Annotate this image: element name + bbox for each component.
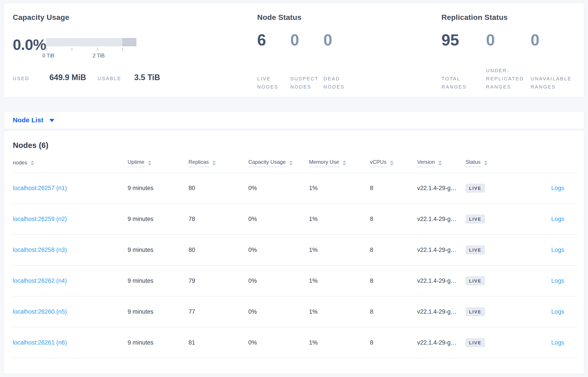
node-link-wrap: localhost:26262 (n4) bbox=[12, 277, 128, 284]
sort-icon[interactable] bbox=[31, 160, 34, 165]
replicas-cell-wrap: 81 bbox=[188, 339, 248, 346]
capacity-bar-chart: 0 TiB 2 TiB bbox=[46, 38, 136, 59]
uptime-cell-wrap: 9 minutes bbox=[128, 216, 188, 223]
replicas-cell-wrap: 79 bbox=[188, 277, 248, 284]
node-link-wrap: localhost:26258 (n3) bbox=[12, 247, 128, 253]
status-badge-wrap: LIVE bbox=[466, 307, 510, 316]
uptime-cell: 9 minutes bbox=[128, 247, 153, 253]
under-replicated-ranges-value: 0 bbox=[486, 30, 531, 49]
vcpus-cell-wrap: 8 bbox=[370, 277, 417, 284]
version-cell: v22.1.4-29-g… bbox=[417, 277, 457, 284]
sort-icon[interactable] bbox=[148, 160, 152, 165]
column-header-memory-use[interactable]: Memory Use bbox=[309, 159, 370, 167]
node-link[interactable]: localhost:26258 (n3) bbox=[13, 247, 67, 253]
vcpus-cell-wrap: 8 bbox=[370, 247, 417, 253]
capacity-usage-cell: 0% bbox=[248, 247, 257, 253]
node-status-title: Node Status bbox=[257, 13, 441, 22]
version-cell-wrap: v22.1.4-29-g… bbox=[417, 339, 466, 346]
logs-link[interactable]: Logs bbox=[551, 277, 564, 284]
version-cell: v22.1.4-29-g… bbox=[417, 216, 457, 222]
vcpus-cell: 8 bbox=[370, 216, 373, 222]
capacity-bar bbox=[46, 38, 136, 46]
capacity-percent: 0.0% bbox=[13, 37, 46, 59]
replicas-cell: 80 bbox=[188, 185, 195, 191]
logs-link[interactable]: Logs bbox=[551, 308, 564, 315]
sort-icon[interactable] bbox=[212, 160, 216, 165]
sort-icon[interactable] bbox=[484, 160, 488, 165]
logs-link[interactable]: Logs bbox=[551, 216, 564, 222]
node-link[interactable]: localhost:26261 (n6) bbox=[13, 339, 67, 346]
replicas-cell: 79 bbox=[188, 277, 195, 284]
replicas-cell-wrap: 80 bbox=[188, 185, 248, 192]
logs-link-wrap: Logs bbox=[510, 247, 576, 253]
node-list-dropdown[interactable]: Node List bbox=[13, 116, 54, 124]
status-badge-wrap: LIVE bbox=[466, 246, 510, 255]
node-link-wrap: localhost:26261 (n6) bbox=[12, 339, 128, 346]
uptime-cell-wrap: 9 minutes bbox=[128, 247, 188, 253]
logs-link-wrap: Logs bbox=[510, 308, 576, 315]
version-cell: v22.1.4-29-g… bbox=[417, 308, 457, 315]
node-link[interactable]: localhost:26259 (n2) bbox=[13, 216, 67, 222]
sort-icon[interactable] bbox=[342, 160, 346, 165]
capacity-usage-cell: 0% bbox=[248, 308, 257, 315]
status-badge: LIVE bbox=[466, 307, 485, 316]
logs-link-wrap: Logs bbox=[510, 339, 576, 346]
tick-mark bbox=[122, 48, 123, 51]
vcpus-cell: 8 bbox=[370, 185, 373, 191]
table-row: localhost:26262 (n4)9 minutes790%1%8v22.… bbox=[12, 266, 576, 296]
node-link[interactable]: localhost:26257 (n1) bbox=[13, 185, 67, 191]
version-cell-wrap: v22.1.4-29-g… bbox=[417, 308, 466, 315]
table-row: localhost:26258 (n3)9 minutes800%1%8v22.… bbox=[12, 235, 576, 266]
summary-panel: Capacity Usage 0.0% 0 TiB 2 TiB bbox=[4, 3, 584, 98]
node-link-wrap: localhost:26260 (n5) bbox=[12, 308, 128, 315]
capacity-axis-ticks bbox=[46, 48, 136, 52]
used-value: 649.9 MiB bbox=[49, 73, 86, 82]
table-row: localhost:26257 (n1)9 minutes800%1%8v22.… bbox=[12, 173, 576, 204]
status-badge-wrap: LIVE bbox=[466, 214, 510, 224]
sort-icon[interactable] bbox=[438, 160, 442, 165]
column-header-replicas[interactable]: Replicas bbox=[188, 159, 248, 167]
column-header-capacity-usage[interactable]: Capacity Usage bbox=[248, 159, 309, 167]
replicas-cell-wrap: 80 bbox=[188, 247, 248, 253]
version-cell: v22.1.4-29-g… bbox=[417, 185, 457, 191]
memory-use-cell: 1% bbox=[309, 308, 318, 315]
memory-use-cell: 1% bbox=[309, 216, 318, 222]
sort-icon[interactable] bbox=[390, 160, 394, 165]
column-header-uptime[interactable]: Uptime bbox=[128, 159, 188, 167]
logs-link-wrap: Logs bbox=[510, 216, 576, 223]
column-header-nodes[interactable]: nodes bbox=[12, 160, 128, 167]
node-link[interactable]: localhost:26260 (n5) bbox=[13, 308, 67, 315]
suspect-nodes-value: 0 bbox=[290, 30, 323, 49]
logs-link-wrap: Logs bbox=[510, 277, 576, 284]
dead-nodes-value: 0 bbox=[323, 30, 356, 49]
capacity-usage-section: Capacity Usage 0.0% 0 TiB 2 TiB bbox=[13, 13, 257, 91]
capacity-usage-cell: 0% bbox=[248, 185, 257, 191]
sort-icon[interactable] bbox=[289, 160, 293, 165]
dead-nodes-label: DEAD NODES bbox=[323, 75, 350, 91]
column-header-status[interactable]: Status bbox=[466, 159, 510, 167]
logs-link[interactable]: Logs bbox=[551, 185, 564, 191]
replicas-cell: 78 bbox=[188, 216, 195, 222]
under-replicated-ranges-stat: 0 UNDER-REPLICATED RANGES bbox=[486, 30, 531, 91]
capacity-usage-cell-wrap: 0% bbox=[248, 339, 309, 346]
column-header-version[interactable]: Version bbox=[417, 159, 466, 167]
view-selector-bar: Node List bbox=[4, 111, 584, 129]
memory-use-cell: 1% bbox=[309, 277, 318, 284]
capacity-usage-cell-wrap: 0% bbox=[248, 216, 309, 223]
uptime-cell-wrap: 9 minutes bbox=[128, 308, 188, 315]
logs-link-wrap: Logs bbox=[510, 185, 576, 192]
dead-nodes-stat: 0 DEAD NODES bbox=[323, 30, 356, 91]
unavailable-ranges-label: UNAVAILABLE RANGES bbox=[531, 75, 574, 91]
capacity-usage-cell-wrap: 0% bbox=[248, 247, 309, 253]
vcpus-cell-wrap: 8 bbox=[370, 339, 417, 346]
logs-link[interactable]: Logs bbox=[551, 339, 564, 346]
node-link-wrap: localhost:26259 (n2) bbox=[12, 216, 128, 223]
column-header-vcpus[interactable]: vCPUs bbox=[370, 159, 417, 167]
capacity-usage-cell-wrap: 0% bbox=[248, 308, 309, 315]
node-link[interactable]: localhost:26262 (n4) bbox=[13, 277, 67, 284]
chevron-down-icon bbox=[49, 119, 54, 122]
capacity-stats: USED 649.9 MiB USABLE 3.5 TiB bbox=[13, 73, 257, 82]
logs-link[interactable]: Logs bbox=[551, 247, 564, 253]
total-ranges-stat: 95 TOTAL RANGES bbox=[441, 30, 486, 91]
version-cell-wrap: v22.1.4-29-g… bbox=[417, 216, 466, 223]
